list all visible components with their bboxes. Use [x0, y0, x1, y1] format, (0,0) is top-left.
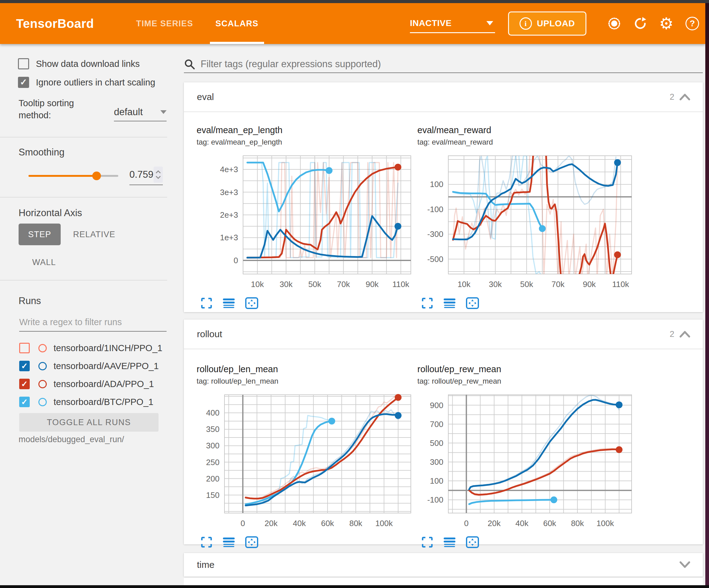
- chart-tag: tag: rollout/ep_len_mean: [196, 377, 413, 385]
- fit-domain-icon[interactable]: [245, 536, 259, 548]
- run-checkbox[interactable]: ✓: [19, 379, 30, 389]
- refresh-icon[interactable]: [627, 10, 653, 36]
- run-row-1inch[interactable]: ✓ tensorboard/1INCH/PPO_1: [19, 341, 162, 355]
- status-dropdown[interactable]: INACTIVE: [410, 14, 495, 33]
- tooltip-sorting-label: Tooltip sorting method:: [19, 97, 85, 121]
- chevron-up-icon[interactable]: [679, 93, 690, 101]
- series-end-dot: [395, 394, 401, 401]
- tooltip-sorting-dropdown[interactable]: default: [114, 106, 166, 121]
- chevron-down-icon[interactable]: [679, 561, 690, 568]
- chevron-up-icon[interactable]: [679, 330, 690, 338]
- expand-chart-icon[interactable]: [200, 297, 213, 309]
- svg-text:70k: 70k: [337, 280, 350, 289]
- line-chart[interactable]: 100-100-300-50010k30k50k70k90k110k: [417, 151, 634, 296]
- svg-text:90k: 90k: [366, 280, 379, 289]
- section-title: rollout: [197, 329, 222, 339]
- smoothing-value-field[interactable]: 0.759: [129, 167, 163, 185]
- section-header-time[interactable]: time: [184, 553, 703, 577]
- svg-text:4e+3: 4e+3: [220, 165, 238, 174]
- run-checkbox[interactable]: ✓: [19, 361, 30, 371]
- brightness-icon[interactable]: [601, 10, 627, 36]
- series-end-dot: [616, 446, 623, 453]
- axis-option-relative[interactable]: RELATIVE: [73, 230, 115, 239]
- settings-gear-icon[interactable]: ⚙: [653, 10, 679, 36]
- run-checkbox[interactable]: ✓: [19, 343, 30, 353]
- toggle-all-runs-button[interactable]: TOGGLE ALL RUNS: [19, 413, 159, 432]
- app-logo: TensorBoard: [16, 17, 94, 31]
- chart-tag: tag: eval/mean_reward: [417, 138, 634, 147]
- line-chart[interactable]: 150200250300350400020k40k60k80k100k: [196, 390, 413, 535]
- series-line-smoothed: [245, 414, 398, 506]
- chart-title: eval/mean_reward: [417, 125, 634, 135]
- window-bottom-strip: [0, 585, 709, 588]
- upload-button[interactable]: i UPLOAD: [508, 11, 586, 35]
- section-header-eval[interactable]: eval 2: [184, 82, 703, 111]
- run-color-circle-icon: [38, 398, 47, 406]
- svg-text:100k: 100k: [597, 519, 614, 528]
- run-row-aave[interactable]: ✓ tensorboard/AAVE/PPO_1: [19, 359, 159, 373]
- section-header-rollout[interactable]: rollout 2: [184, 319, 703, 349]
- upload-button-label: UPLOAD: [537, 19, 575, 28]
- window-top-strip: [0, 0, 709, 3]
- svg-text:-100: -100: [427, 205, 443, 214]
- expand-chart-icon[interactable]: [421, 297, 434, 309]
- series-end-dot: [395, 412, 401, 419]
- ignore-outliers-option[interactable]: ✓ Ignore outliers in chart scaling: [18, 77, 155, 88]
- svg-text:50k: 50k: [520, 280, 533, 289]
- line-chart[interactable]: -100100300500700900020k40k60k80k100k: [417, 390, 634, 535]
- smoothing-slider[interactable]: [28, 175, 118, 177]
- fit-domain-icon[interactable]: [466, 297, 479, 309]
- section-title: eval: [197, 92, 214, 102]
- line-chart[interactable]: 01e+32e+33e+34e+310k30k50k70k90k110k: [196, 151, 413, 296]
- dropdown-caret-icon: [160, 110, 166, 114]
- svg-text:2e+3: 2e+3: [220, 210, 238, 220]
- series-end-dot: [329, 418, 335, 425]
- expand-chart-icon[interactable]: [421, 536, 434, 548]
- runs-data-icon[interactable]: [443, 536, 456, 548]
- tab-scalars[interactable]: SCALARS: [204, 3, 270, 44]
- chart-card-ep-len-mean: rollout/ep_len_mean tag: rollout/ep_len_…: [196, 364, 413, 548]
- show-download-links-label: Show data download links: [36, 59, 140, 69]
- expand-chart-icon[interactable]: [200, 536, 213, 548]
- axis-option-wall[interactable]: WALL: [32, 258, 56, 267]
- smoothing-slider-thumb[interactable]: [92, 172, 101, 180]
- series-end-dot: [394, 164, 401, 171]
- tag-filter[interactable]: [184, 56, 703, 73]
- help-icon[interactable]: ?: [679, 10, 705, 36]
- series-end-dot: [326, 167, 333, 174]
- run-label: tensorboard/AAVE/PPO_1: [54, 361, 159, 371]
- runs-data-icon[interactable]: [222, 297, 235, 309]
- axis-option-step[interactable]: STEP: [19, 224, 61, 245]
- run-row-ada[interactable]: ✓ tensorboard/ADA/PPO_1: [19, 377, 154, 391]
- run-row-btc[interactable]: ✓ tensorboard/BTC/PPO_1: [19, 395, 153, 409]
- smoothing-stepper[interactable]: [154, 167, 163, 183]
- runs-path-text: models/debugged_eval_run/: [19, 435, 124, 444]
- runs-filter-input[interactable]: [19, 315, 166, 332]
- series-end-dot: [550, 496, 557, 503]
- runs-data-icon[interactable]: [443, 297, 456, 309]
- ignore-outliers-checkbox[interactable]: ✓: [18, 77, 29, 88]
- svg-text:300: 300: [206, 441, 219, 450]
- svg-text:50k: 50k: [308, 280, 322, 289]
- show-download-links-checkbox[interactable]: ✓: [18, 58, 29, 69]
- tab-time-series[interactable]: TIME SERIES: [125, 3, 204, 44]
- svg-text:500: 500: [430, 438, 443, 448]
- tag-filter-input[interactable]: [201, 58, 703, 70]
- svg-text:1e+3: 1e+3: [220, 233, 238, 242]
- fit-domain-icon[interactable]: [245, 297, 259, 309]
- run-checkbox[interactable]: ✓: [19, 397, 30, 407]
- show-download-links-option[interactable]: ✓ Show data download links: [18, 58, 140, 69]
- sidebar-divider: [0, 137, 167, 137]
- info-icon: i: [520, 17, 532, 30]
- fit-domain-icon[interactable]: [466, 536, 479, 548]
- partial-card: [184, 578, 703, 585]
- series-end-dot: [394, 223, 401, 230]
- runs-data-icon[interactable]: [222, 536, 235, 548]
- section-card-rollout: rollout 2 rollout/ep_len_mean tag: rollo…: [184, 319, 703, 544]
- series-line-smoothed: [469, 500, 554, 504]
- svg-text:350: 350: [206, 425, 219, 434]
- horizontal-axis-label: Horizontal Axis: [19, 207, 82, 219]
- svg-text:150: 150: [206, 490, 219, 500]
- section-chart-count: 2: [670, 92, 674, 102]
- svg-text:20k: 20k: [265, 519, 278, 528]
